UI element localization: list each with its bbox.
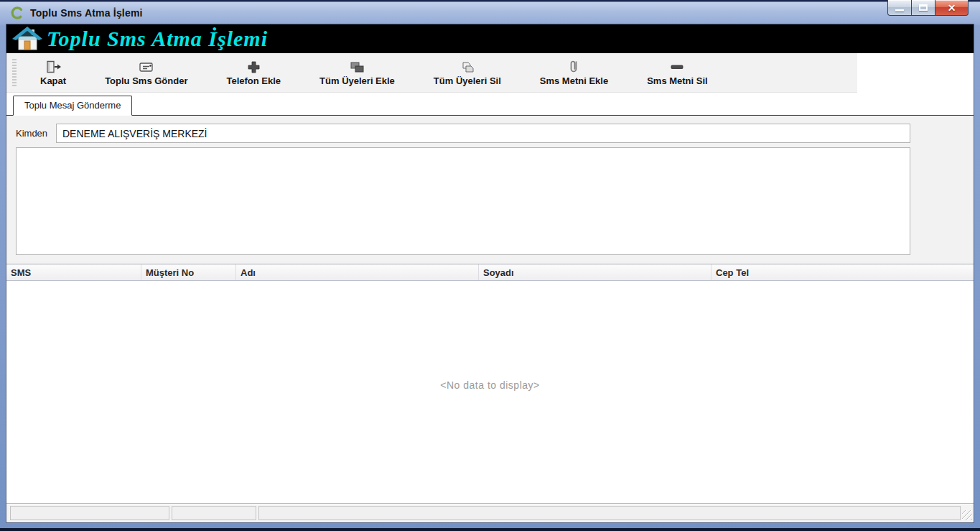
tab-strip: Toplu Mesaj Gönderme <box>6 93 974 116</box>
toplu-sms-gonder-button[interactable]: Toplu Sms Gönder <box>85 53 207 93</box>
kapat-button[interactable]: Kapat <box>21 53 85 93</box>
grid-body[interactable]: <No data to display> <box>6 281 974 503</box>
tum-uyeleri-ekle-button[interactable]: Tüm Üyeleri Ekle <box>300 53 414 93</box>
sms-metni-ekle-button[interactable]: Sms Metni Ekle <box>521 53 627 93</box>
telefon-ekle-button[interactable]: Telefon Ekle <box>207 53 300 93</box>
copy-pages-light-icon <box>460 59 475 75</box>
column-header-cep-tel[interactable]: Cep Tel <box>711 264 974 280</box>
message-text-area[interactable] <box>16 147 910 255</box>
grid-header: SMS Müşteri No Adı Soyadı Cep Tel <box>6 264 974 281</box>
status-panel-2 <box>172 506 256 520</box>
home-icon <box>11 25 44 52</box>
kimden-label: Kimden <box>16 128 56 139</box>
window-controls: ✕ <box>887 0 969 16</box>
resize-grip-icon[interactable] <box>962 510 972 520</box>
paperclip-icon <box>569 59 578 75</box>
window-title: Toplu Sms Atma İşlemi <box>30 7 143 19</box>
column-header-soyadi[interactable]: Soyadı <box>479 264 711 280</box>
status-panel-1 <box>10 506 169 520</box>
toolbar-button-label: Kapat <box>40 75 66 86</box>
status-bar <box>6 503 974 522</box>
minimize-button[interactable] <box>887 0 911 16</box>
client-area: Toplu Sms Atma İşlemi Kapat <box>6 24 974 523</box>
app-logo-icon <box>10 6 24 20</box>
maximize-button[interactable] <box>911 0 935 16</box>
status-panel-3 <box>258 506 961 520</box>
close-button[interactable]: ✕ <box>935 0 969 16</box>
sms-metni-sil-button[interactable]: Sms Metni Sil <box>627 53 727 93</box>
toolbar-button-label: Sms Metni Ekle <box>540 75 608 86</box>
minus-icon <box>671 59 683 75</box>
banner-title: Toplu Sms Atma İşlemi <box>47 27 268 51</box>
toolbar-button-label: Sms Metni Sil <box>647 75 708 86</box>
close-icon: ✕ <box>948 3 956 13</box>
toolbar-button-label: Tüm Üyeleri Ekle <box>319 75 395 86</box>
no-data-message: <No data to display> <box>6 379 974 391</box>
copy-pages-dark-icon <box>350 59 364 75</box>
tum-uyeleri-sil-button[interactable]: Tüm Üyeleri Sil <box>414 53 521 93</box>
maximize-icon <box>919 4 928 11</box>
column-header-musteri-no[interactable]: Müşteri No <box>141 264 236 280</box>
sms-message-icon <box>139 59 154 75</box>
toolbar: Kapat Toplu Sms Gönder <box>6 53 857 93</box>
title-bar[interactable]: Toplu Sms Atma İşlemi <box>0 1 980 24</box>
toolbar-button-label: Tüm Üyeleri Sil <box>434 75 501 86</box>
exit-door-icon <box>45 59 62 75</box>
window-frame: Toplu Sms Atma İşlemi ✕ Toplu Sms Atma İ… <box>0 0 980 531</box>
column-header-adi[interactable]: Adı <box>236 264 479 280</box>
tab-toplu-mesaj-gonderme[interactable]: Toplu Mesaj Gönderme <box>13 96 132 116</box>
column-header-sms[interactable]: SMS <box>6 264 141 280</box>
frame-bottom-edge <box>0 528 980 531</box>
minimize-icon <box>895 9 904 11</box>
toolbar-button-label: Toplu Sms Gönder <box>105 75 187 86</box>
plus-icon <box>248 59 260 75</box>
toolbar-row: Kapat Toplu Sms Gönder <box>6 53 974 93</box>
app-banner: Toplu Sms Atma İşlemi <box>6 24 974 53</box>
tab-page: Kimden <box>6 116 974 264</box>
toolbar-grip[interactable] <box>12 59 17 87</box>
kimden-input[interactable] <box>56 124 910 143</box>
kimden-row: Kimden <box>16 124 974 143</box>
toolbar-button-label: Telefon Ekle <box>226 75 281 86</box>
